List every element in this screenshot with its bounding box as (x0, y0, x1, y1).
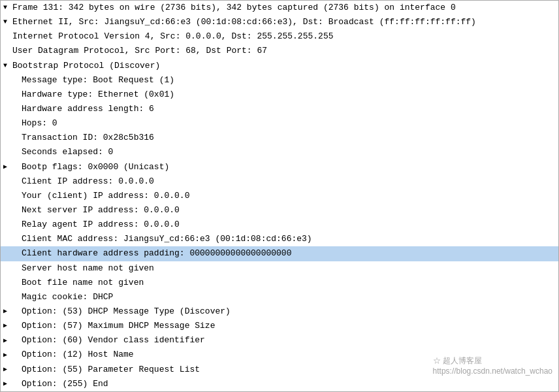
packet-line-option_60[interactable]: Option: (60) Vendor class identifier (1, 333, 558, 348)
packet-line-server_host: Server host name not given (1, 261, 558, 276)
line-text-option_53: Option: (53) DHCP Message Type (Discover… (22, 305, 556, 318)
packet-line-option_255[interactable]: Option: (255) End (1, 377, 558, 391)
expand-icon-bootp_flags[interactable] (3, 162, 12, 172)
line-text-your_ip: Your (client) IP address: 0.0.0.0 (22, 189, 556, 203)
line-text-ip: Internet Protocol Version 4, Src: 0.0.0.… (12, 30, 556, 43)
packet-line-relay_agent_ip: Relay agent IP address: 0.0.0.0 (1, 218, 558, 232)
expand-icon-option_255[interactable] (3, 379, 12, 389)
line-text-client_hw_padding: Client hardware address padding: 0000000… (22, 247, 556, 260)
packet-line-ethernet[interactable]: Ethernet II, Src: JiangsuY_cd:66:e3 (00:… (1, 15, 558, 29)
expand-icon-frame[interactable] (3, 3, 12, 13)
expand-icon-option_57[interactable] (3, 321, 12, 331)
packet-detail[interactable]: Frame 131: 342 bytes on wire (2736 bits)… (0, 0, 559, 392)
line-text-relay_agent_ip: Relay agent IP address: 0.0.0.0 (22, 218, 556, 231)
line-text-frame: Frame 131: 342 bytes on wire (2736 bits)… (12, 1, 556, 14)
line-text-hops: Hops: 0 (22, 117, 556, 130)
line-text-ethernet: Ethernet II, Src: JiangsuY_cd:66:e3 (00:… (12, 16, 556, 29)
packet-line-client_mac: Client MAC address: JiangsuY_cd:66:e3 (0… (1, 232, 558, 246)
line-text-next_server_ip: Next server IP address: 0.0.0.0 (22, 204, 556, 217)
watermark-url: https://blog.csdn.net/watch_wchao (433, 367, 552, 376)
line-text-transaction_id: Transaction ID: 0x28c5b316 (22, 131, 556, 144)
packet-line-udp: User Datagram Protocol, Src Port: 68, Ds… (1, 44, 558, 58)
expand-icon-option_12[interactable] (3, 350, 12, 361)
line-text-msg_type: Message type: Boot Request (1) (22, 74, 556, 87)
packet-line-magic_cookie: Magic cookie: DHCP (1, 290, 558, 304)
expand-icon-option_53[interactable] (3, 306, 12, 317)
packet-line-hw_addr_len: Hardware address length: 6 (1, 102, 558, 116)
packet-line-hops: Hops: 0 (1, 116, 558, 131)
line-text-server_host: Server host name not given (22, 262, 556, 275)
line-text-hw_type: Hardware type: Ethernet (0x01) (22, 88, 556, 101)
expand-icon-option_60[interactable] (3, 336, 12, 346)
packet-line-ip: Internet Protocol Version 4, Src: 0.0.0.… (1, 29, 558, 44)
packet-line-next_server_ip: Next server IP address: 0.0.0.0 (1, 203, 558, 218)
packet-line-boot_file: Boot file name not given (1, 276, 558, 290)
packet-line-bootp_flags[interactable]: Bootp flags: 0x0000 (Unicast) (1, 160, 558, 174)
expand-icon-ethernet[interactable] (3, 17, 12, 27)
packet-line-client_hw_padding: Client hardware address padding: 0000000… (1, 246, 558, 261)
packet-line-hw_type: Hardware type: Ethernet (0x01) (1, 88, 558, 102)
line-text-option_255: Option: (255) End (22, 378, 556, 391)
line-text-client_ip: Client IP address: 0.0.0.0 (22, 175, 556, 188)
line-text-option_60: Option: (60) Vendor class identifier (22, 334, 556, 347)
expand-icon-option_55[interactable] (3, 365, 12, 375)
packet-line-your_ip: Your (client) IP address: 0.0.0.0 (1, 189, 558, 203)
expand-icon-bootstrap[interactable] (3, 61, 12, 71)
packet-line-client_ip: Client IP address: 0.0.0.0 (1, 174, 558, 189)
watermark: ☆ 超人博客屋 https://blog.csdn.net/watch_wcha… (433, 355, 552, 376)
watermark-icon: ☆ 超人博客屋 (433, 356, 482, 365)
packet-line-option_57[interactable]: Option: (57) Maximum DHCP Message Size (1, 319, 558, 333)
packet-line-bootstrap[interactable]: Bootstrap Protocol (Discover) (1, 59, 558, 73)
line-text-udp: User Datagram Protocol, Src Port: 68, Ds… (12, 44, 556, 57)
line-text-boot_file: Boot file name not given (22, 276, 556, 289)
packet-line-msg_type: Message type: Boot Request (1) (1, 73, 558, 88)
line-text-bootp_flags: Bootp flags: 0x0000 (Unicast) (22, 161, 556, 174)
packet-line-frame[interactable]: Frame 131: 342 bytes on wire (2736 bits)… (1, 1, 558, 15)
packet-line-seconds: Seconds elapsed: 0 (1, 145, 558, 159)
line-text-magic_cookie: Magic cookie: DHCP (22, 291, 556, 304)
packet-line-option_53[interactable]: Option: (53) DHCP Message Type (Discover… (1, 304, 558, 319)
line-text-seconds: Seconds elapsed: 0 (22, 146, 556, 159)
line-text-client_mac: Client MAC address: JiangsuY_cd:66:e3 (0… (22, 233, 556, 246)
packet-line-transaction_id: Transaction ID: 0x28c5b316 (1, 131, 558, 145)
line-text-bootstrap: Bootstrap Protocol (Discover) (12, 59, 556, 73)
line-text-option_57: Option: (57) Maximum DHCP Message Size (22, 319, 556, 333)
line-text-hw_addr_len: Hardware address length: 6 (22, 103, 556, 116)
